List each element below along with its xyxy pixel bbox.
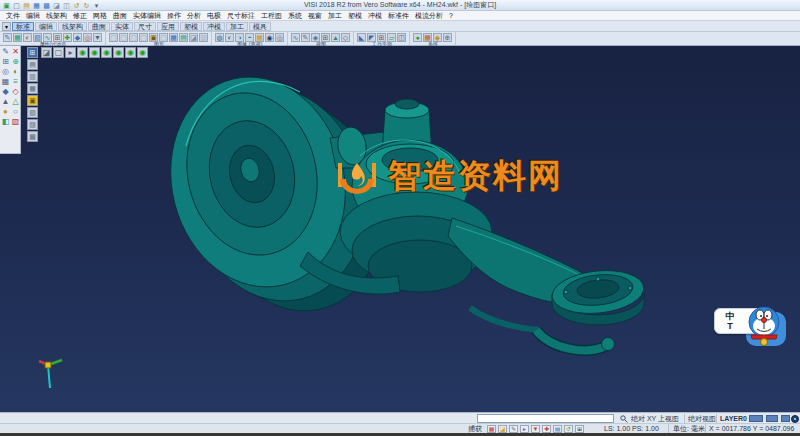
- main-toolbar: ✎▦◐▧∿⊞✚◆◎▼ 属性/过滤器 ▢▢▢▢▣▢▦▤◪▥ 图形 ◍◐◑◓▦◉◎ …: [0, 32, 800, 46]
- menu-item[interactable]: 塑模: [345, 11, 365, 20]
- doraemon-mascot-icon[interactable]: [740, 306, 784, 348]
- toolbar-group-attributes: ✎▦◐▧∿⊞✚◆◎▼ 属性/过滤器: [0, 32, 106, 45]
- menu-item[interactable]: 修正: [70, 11, 90, 20]
- view-outline-icon[interactable]: ◇: [341, 33, 350, 42]
- snap-center-icon[interactable]: ⊞: [575, 425, 584, 433]
- menu-item[interactable]: 尺寸标注: [224, 11, 258, 20]
- workflow-tab[interactable]: 塑模: [180, 22, 202, 31]
- graphic-blank-4-icon[interactable]: ▢: [139, 33, 148, 42]
- menu-item[interactable]: 网格: [90, 11, 110, 20]
- render-wire-icon[interactable]: ◎: [275, 33, 284, 42]
- workflow-tab[interactable]: 加工: [226, 22, 248, 31]
- status-bar-lower: 捕获 ▦◪✎▸▼✚▤↺⊞ LS: 1.00 PS: 1.00 单位: 毫米 X …: [0, 423, 800, 433]
- app-logo-icon[interactable]: ▣: [2, 1, 11, 10]
- menu-item[interactable]: 加工: [325, 11, 345, 20]
- view-curve-icon[interactable]: ∿: [291, 33, 300, 42]
- 3d-viewport[interactable]: ✎✕⊞⊕◎◐▦≡◆◇▲△●○◧▧ ⊞▤▥▦▣▧▨▩ ◪▢▸◉◉◉◉◉◉: [0, 46, 800, 412]
- tabbar-dropdown-icon[interactable]: ▾: [2, 22, 11, 31]
- workplane-corner-icon[interactable]: ◣: [357, 33, 366, 42]
- divider: [716, 414, 717, 423]
- workflow-tab-bar: ▾ 标准编辑线架构曲面实体尺寸应用塑模冲模加工模具: [0, 21, 800, 32]
- snap-refresh-icon[interactable]: ↺: [564, 425, 573, 433]
- target-filter-icon[interactable]: ◎: [83, 33, 92, 42]
- undo-icon[interactable]: ↺: [72, 1, 81, 10]
- render-dark-icon[interactable]: ◉: [265, 33, 274, 42]
- save-all-icon[interactable]: ▩: [42, 1, 51, 10]
- workflow-tab[interactable]: 编辑: [35, 22, 57, 31]
- window-title: VISI 2018 R2 from Vero Software x64 - MH…: [0, 0, 800, 10]
- render-sphere-icon[interactable]: ◍: [215, 33, 224, 42]
- menu-item[interactable]: 线架构: [43, 11, 70, 20]
- menu-item[interactable]: ?: [446, 11, 456, 20]
- filter-dropdown-icon[interactable]: ▼: [93, 33, 102, 42]
- menu-item[interactable]: 视窗: [305, 11, 325, 20]
- workflow-tab[interactable]: 尺寸: [134, 22, 156, 31]
- graphic-blank-1-icon[interactable]: ▢: [109, 33, 118, 42]
- workplane-box-icon[interactable]: ◫: [397, 33, 406, 42]
- menu-item[interactable]: 模流分析: [412, 11, 446, 20]
- scale-readout: LS: 1.00 PS: 1.00: [604, 425, 659, 433]
- open-file-icon[interactable]: ▤: [22, 1, 31, 10]
- menu-item[interactable]: 曲面: [110, 11, 130, 20]
- snap-cross-icon[interactable]: ✚: [542, 425, 551, 433]
- graphic-shade-icon[interactable]: ▦: [169, 33, 178, 42]
- workflow-tab[interactable]: 冲模: [203, 22, 225, 31]
- snap-corner-icon[interactable]: ◪: [498, 425, 507, 433]
- layer-status-button[interactable]: LAYER0: [720, 415, 747, 423]
- graphic-layer-icon[interactable]: ▤: [179, 33, 188, 42]
- menu-item[interactable]: 工程图: [258, 11, 285, 20]
- system-settings-icon[interactable]: ⊕: [443, 33, 452, 42]
- quick-access-toolbar: ▣▢▤▦▩◪◫↺↻▾: [2, 1, 101, 10]
- new-file-icon[interactable]: ▢: [12, 1, 21, 10]
- menu-item[interactable]: 分析: [184, 11, 204, 20]
- ime-lang-button[interactable]: 中: [718, 311, 742, 321]
- layer-filter-icon[interactable]: ▦: [13, 33, 22, 42]
- quickbar-dropdown-icon[interactable]: ▾: [92, 1, 101, 10]
- workflow-tab[interactable]: 曲面: [88, 22, 110, 31]
- menu-item[interactable]: 电极: [204, 11, 224, 20]
- workplane-status-button[interactable]: 绝对 XY 上视图: [631, 415, 679, 423]
- workflow-tab[interactable]: 标准: [12, 22, 34, 31]
- graphic-blank-3-icon[interactable]: ▢: [129, 33, 138, 42]
- workflow-tab[interactable]: 实体: [111, 22, 133, 31]
- progress-box-3: [781, 415, 790, 422]
- view-edit-icon[interactable]: ✎: [301, 33, 310, 42]
- workflow-tab[interactable]: 应用: [157, 22, 179, 31]
- status-circle-icon: [791, 415, 799, 423]
- color-filter-icon[interactable]: ◐: [23, 33, 32, 42]
- snap-layer-icon[interactable]: ▤: [553, 425, 562, 433]
- menu-item[interactable]: 实体编辑: [130, 11, 164, 20]
- redo-icon[interactable]: ↻: [82, 1, 91, 10]
- system-run-icon[interactable]: ●: [413, 33, 422, 42]
- save-icon[interactable]: ▦: [32, 1, 41, 10]
- render-half-icon[interactable]: ◐: [225, 33, 234, 42]
- menu-item[interactable]: 系统: [285, 11, 305, 20]
- attribute-pen-icon[interactable]: ✎: [3, 33, 12, 42]
- graphic-blank-2-icon[interactable]: ▢: [119, 33, 128, 42]
- menu-item[interactable]: 操作: [164, 11, 184, 20]
- workflow-tab[interactable]: 线架构: [58, 22, 87, 31]
- workflow-tabs: 标准编辑线架构曲面实体尺寸应用塑模冲模加工模具: [12, 22, 271, 31]
- graphic-lines-icon[interactable]: ▥: [199, 33, 208, 42]
- menu-item[interactable]: 标准件: [385, 11, 412, 20]
- view-up-icon[interactable]: ▲: [331, 33, 340, 42]
- snap-down-icon[interactable]: ▼: [531, 425, 540, 433]
- workflow-tab[interactable]: 模具: [249, 22, 271, 31]
- snap-edit-icon[interactable]: ✎: [509, 425, 518, 433]
- element-filter-icon[interactable]: ◆: [73, 33, 82, 42]
- toolbar-group-image-perspective: ◍◐◑◓▦◉◎ 图像 (透视): [212, 32, 288, 45]
- axis-triad-icon: [36, 356, 66, 390]
- menu-item[interactable]: 文件: [3, 11, 23, 20]
- snap-point-icon[interactable]: ▸: [520, 425, 529, 433]
- graphic-mask-icon[interactable]: ◪: [189, 33, 198, 42]
- view-status-button[interactable]: 绝对视图: [688, 415, 716, 423]
- menu-item[interactable]: 冲模: [365, 11, 385, 20]
- snap-grid-icon[interactable]: ▦: [487, 425, 496, 433]
- export-icon[interactable]: ◫: [62, 1, 71, 10]
- snap-toggle-button[interactable]: 捕获: [468, 425, 482, 433]
- cad-model-axle-housing[interactable]: [0, 46, 800, 412]
- import-icon[interactable]: ◪: [52, 1, 61, 10]
- menu-item[interactable]: 编辑: [23, 11, 43, 20]
- command-input[interactable]: [477, 414, 614, 423]
- ime-skin-button[interactable]: T: [718, 321, 742, 331]
